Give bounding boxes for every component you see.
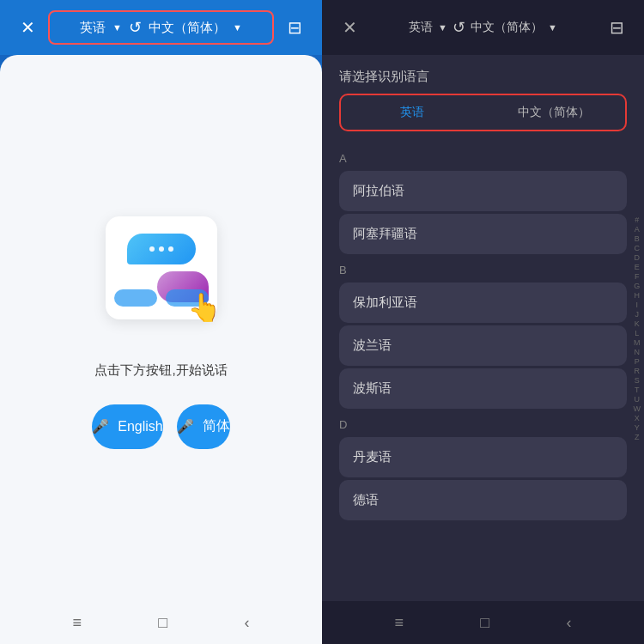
picker-title: 请选择识别语言: [322, 55, 644, 94]
lang-list-item[interactable]: 保加利亚语: [339, 283, 627, 323]
alpha-letter-Y[interactable]: Y: [634, 423, 641, 432]
alpha-letter-K[interactable]: K: [634, 319, 641, 328]
alpha-letter-R[interactable]: R: [634, 367, 641, 375]
section-letter-B: B: [322, 257, 644, 280]
target-lang-left: 中文（简体）: [149, 20, 226, 36]
alpha-letter-H[interactable]: H: [634, 291, 641, 300]
alpha-letter-G[interactable]: G: [634, 282, 641, 290]
dot1: [149, 246, 155, 252]
english-speak-button[interactable]: 🎤 English: [92, 404, 162, 449]
target-lang-arrow-right: ▼: [548, 22, 557, 33]
alpha-letter-T[interactable]: T: [634, 386, 641, 394]
lang-list-item[interactable]: 阿拉伯语: [339, 171, 627, 211]
lang-sections: A阿拉伯语阿塞拜疆语B保加利亚语波兰语波斯语D丹麦语德语: [322, 145, 644, 520]
left-content: 👆 点击下方按钮,开始说话 🎤 English 🎤 简体: [0, 55, 322, 601]
alphabet-index: #ABCDEFGHIJKLMNPRSTUWXYZ: [634, 216, 641, 441]
nav-home-icon-right[interactable]: □: [480, 614, 489, 632]
alpha-letter-W[interactable]: W: [634, 404, 641, 413]
mini-btn-1: [114, 289, 157, 307]
nav-menu-icon-right[interactable]: ≡: [395, 614, 404, 632]
close-button-left[interactable]: ✕: [14, 14, 41, 41]
alpha-letter-I[interactable]: I: [634, 301, 641, 309]
menu-icon-right[interactable]: ⊟: [603, 14, 630, 41]
swap-icon-right[interactable]: ↺: [453, 18, 465, 37]
lang-list-item[interactable]: 阿塞拜疆语: [339, 214, 627, 254]
bubble-container: 👆: [93, 208, 230, 328]
nav-back-icon-left[interactable]: ‹: [244, 614, 249, 632]
bottom-buttons: 🎤 English 🎤 简体: [75, 404, 246, 449]
alpha-letter-D[interactable]: D: [634, 253, 641, 262]
tab-selector: 英语 中文（简体）: [339, 94, 627, 131]
nav-home-icon-left[interactable]: □: [158, 614, 167, 632]
alpha-letter-B[interactable]: B: [634, 234, 641, 243]
right-panel: ✕ 英语 ▼ ↺ 中文（简体） ▼ ⊟ 请选择识别语言 英语 中文（简体） A阿…: [322, 0, 644, 644]
alpha-letter-E[interactable]: E: [634, 263, 641, 271]
nav-back-icon-right[interactable]: ‹: [566, 614, 571, 632]
hand-icon: 👆: [187, 291, 222, 324]
source-lang-right: 英语: [409, 20, 433, 35]
dot2: [159, 246, 164, 252]
tab-chinese[interactable]: 中文（简体）: [483, 95, 626, 130]
alpha-letter-C[interactable]: C: [634, 244, 641, 252]
section-letter-D: D: [322, 411, 644, 434]
alpha-letter-S[interactable]: S: [634, 376, 641, 385]
alpha-letter-A[interactable]: A: [634, 225, 641, 234]
mic-icon-chinese: 🎤: [177, 418, 194, 434]
source-lang-arrow-left: ▼: [112, 22, 122, 33]
tab-english[interactable]: 英语: [341, 95, 483, 130]
close-button-right[interactable]: ✕: [336, 14, 363, 41]
nav-menu-icon-left[interactable]: ≡: [73, 614, 82, 632]
alpha-letter-M[interactable]: M: [634, 338, 641, 347]
dot3: [168, 246, 173, 252]
alpha-letter-#[interactable]: #: [634, 216, 641, 224]
menu-icon-left[interactable]: ⊟: [281, 14, 308, 41]
chinese-speak-button[interactable]: 🎤 简体: [177, 404, 230, 449]
alpha-letter-L[interactable]: L: [634, 329, 641, 337]
alpha-letter-F[interactable]: F: [634, 272, 641, 281]
alpha-letter-P[interactable]: P: [634, 357, 641, 366]
lang-picker: 请选择识别语言 英语 中文（简体） A阿拉伯语阿塞拜疆语B保加利亚语波兰语波斯语…: [322, 55, 644, 601]
bottom-nav-right: ≡ □ ‹: [322, 601, 644, 644]
lang-list-item[interactable]: 德语: [339, 480, 627, 520]
section-letter-A: A: [322, 145, 644, 168]
alpha-letter-Z[interactable]: Z: [634, 433, 641, 441]
target-lang-arrow-left: ▼: [233, 22, 242, 33]
alpha-letter-U[interactable]: U: [634, 395, 641, 404]
target-lang-right: 中文（简体）: [471, 20, 543, 35]
lang-list-item[interactable]: 丹麦语: [339, 437, 627, 477]
source-lang-arrow-right: ▼: [438, 22, 447, 33]
left-header: ✕ 英语 ▼ ↺ 中文（简体） ▼ ⊟: [0, 0, 322, 55]
chinese-btn-label: 简体: [203, 417, 230, 435]
alpha-letter-J[interactable]: J: [634, 310, 641, 319]
right-header: ✕ 英语 ▼ ↺ 中文（简体） ▼ ⊟: [322, 0, 644, 55]
lang-list-item[interactable]: 波兰语: [339, 325, 627, 366]
alpha-letter-N[interactable]: N: [634, 348, 641, 356]
right-lang-row: 英语 ▼ ↺ 中文（简体） ▼: [370, 18, 596, 37]
bottom-nav-left: ≡ □ ‹: [0, 601, 322, 644]
source-lang-left: 英语: [80, 20, 106, 36]
lang-selector-left[interactable]: 英语 ▼ ↺ 中文（简体） ▼: [48, 10, 274, 45]
illustration: 👆: [84, 191, 239, 345]
left-panel: ✕ 英语 ▼ ↺ 中文（简体） ▼ ⊟: [0, 0, 322, 644]
lang-list-item[interactable]: 波斯语: [339, 368, 627, 409]
alpha-letter-X[interactable]: X: [634, 414, 641, 422]
instruction-text: 点击下方按钮,开始说话: [94, 362, 227, 379]
english-btn-label: English: [118, 419, 162, 434]
mic-icon-english: 🎤: [92, 418, 109, 434]
chat-bubble-blue: [127, 234, 196, 264]
swap-icon-left[interactable]: ↺: [129, 18, 142, 37]
